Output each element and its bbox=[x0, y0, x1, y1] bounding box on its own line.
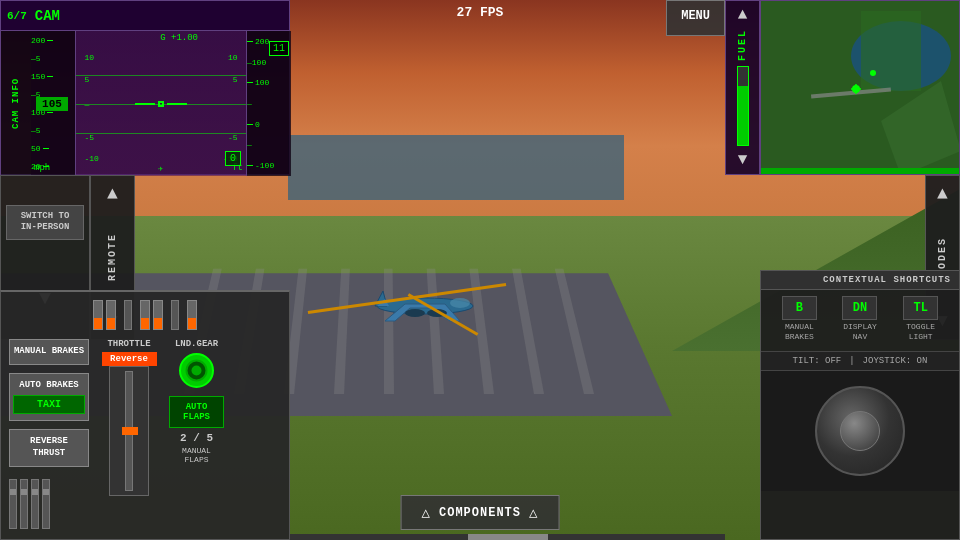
shortcut-b-key[interactable]: B bbox=[782, 296, 817, 320]
fuel-panel: ▲ FUEL ▼ bbox=[725, 0, 760, 175]
throttle-bar-1 bbox=[93, 300, 103, 330]
joystick-label[interactable]: JOYSTICK: ON bbox=[863, 356, 928, 366]
remote-label: REMOTE bbox=[107, 233, 118, 281]
throttle-bar-5 bbox=[187, 300, 197, 330]
fuel-level-container bbox=[737, 66, 749, 146]
gear-section: LND.GEAR AUTO FLAPS 2 / 5 MANUAL FLAPS bbox=[169, 339, 224, 519]
svg-point-6 bbox=[450, 298, 470, 308]
shortcut-labels-row: MANUALBRAKES DISPLAYNAV TOGGLELIGHT bbox=[761, 322, 959, 351]
svg-point-4 bbox=[405, 309, 425, 317]
shortcut-tl-key[interactable]: TL bbox=[903, 296, 938, 320]
shortcut-dn-label: DISPLAYNAV bbox=[832, 322, 887, 343]
speed-indicator: 105 bbox=[36, 97, 68, 111]
mini-sliders bbox=[9, 479, 89, 529]
throttle-bar-4 bbox=[153, 300, 163, 330]
throttle-section: THROTTLE Reverse bbox=[99, 339, 159, 519]
flight-display: 200 —5 150 —5 100 —5 50 20 105 bbox=[31, 31, 291, 176]
throttle-slider[interactable] bbox=[109, 366, 149, 496]
joystick-top[interactable] bbox=[840, 411, 880, 451]
throttle-fill-5 bbox=[188, 318, 196, 329]
g-meter: G +1.00 bbox=[160, 33, 198, 43]
horizon-line-3 bbox=[76, 133, 246, 134]
mini-slider-1[interactable] bbox=[9, 479, 17, 529]
taxi-badge: TAXI bbox=[13, 395, 85, 414]
shortcut-b-label: MANUALBRAKES bbox=[772, 322, 827, 343]
cam-counter: 6/7 bbox=[7, 10, 27, 22]
auto-flaps-button[interactable]: AUTO FLAPS bbox=[169, 396, 224, 428]
manual-brakes-button[interactable]: MANUAL BRAKES bbox=[9, 339, 89, 365]
fps-counter: 27 FPS bbox=[457, 5, 504, 20]
bottom-scrollbar[interactable] bbox=[290, 534, 725, 540]
altitude-tape: 200 —100 100 — 0 — -100 11 bbox=[246, 31, 291, 176]
flaps-value: 2 / 5 bbox=[180, 432, 213, 444]
components-arrow-right: △ bbox=[529, 504, 538, 521]
contextual-header: CONTEXTUAL SHORTCUTS bbox=[761, 271, 959, 290]
horizon-line-1 bbox=[76, 75, 246, 76]
cam-info-label: CAM INFO bbox=[1, 31, 31, 176]
controls-area: MANUAL BRAKES AUTO BRAKES TAXI REVERSE T… bbox=[1, 334, 289, 524]
throttle-label: THROTTLE bbox=[107, 339, 150, 349]
svg-point-15 bbox=[192, 366, 202, 376]
gear-label: LND.GEAR bbox=[175, 339, 218, 349]
auto-brakes-button[interactable]: AUTO BRAKES TAXI bbox=[9, 373, 89, 422]
joystick-area[interactable] bbox=[761, 371, 959, 491]
throttle-fill-2 bbox=[107, 318, 115, 329]
fuel-arrow-down[interactable]: ▼ bbox=[738, 151, 748, 169]
airplane-icon-label: ✈ bbox=[159, 164, 164, 173]
reverse-thrust-button[interactable]: REVERSE THRUST bbox=[9, 429, 89, 466]
flight-instruments: CAM INFO 200 —5 150 —5 100 —5 50 20 bbox=[1, 31, 291, 176]
joystick-base[interactable] bbox=[815, 386, 905, 476]
gear-indicator[interactable] bbox=[179, 353, 214, 388]
menu-button[interactable]: MENU bbox=[666, 0, 725, 36]
scroll-thumb[interactable] bbox=[468, 534, 548, 540]
zero-box: 0 bbox=[225, 151, 241, 166]
contextual-panel: CONTEXTUAL SHORTCUTS B DN TL MANUALBRAKE… bbox=[760, 270, 960, 540]
modes-arrow-up[interactable]: ▲ bbox=[937, 184, 948, 204]
mini-slider-3[interactable] bbox=[31, 479, 39, 529]
cam-label: CAM bbox=[35, 8, 60, 24]
altitude-indicator: 11 bbox=[269, 41, 289, 56]
crosshair bbox=[135, 101, 187, 107]
minimap-bottom-bar bbox=[761, 168, 959, 174]
tilt-joystick-bar: TILT: OFF | JOYSTICK: ON bbox=[761, 351, 959, 371]
components-label: COMPONENTS bbox=[439, 506, 521, 520]
separator: | bbox=[849, 356, 854, 366]
attitude-indicator: 10 10 5 5 — -5 -5 -10 -10 bbox=[76, 31, 246, 176]
fuel-arrow-up[interactable]: ▲ bbox=[738, 6, 748, 24]
throttle-handle[interactable] bbox=[122, 427, 138, 435]
throttle-track bbox=[125, 371, 133, 491]
components-button[interactable]: △ COMPONENTS △ bbox=[401, 495, 560, 530]
minimap bbox=[760, 0, 960, 175]
mph-label: mph bbox=[34, 163, 50, 173]
shortcut-dn-key[interactable]: DN bbox=[842, 296, 877, 320]
shortcut-keys-row: B DN TL bbox=[761, 290, 959, 322]
components-arrow-left: △ bbox=[422, 504, 431, 521]
remote-arrow-up[interactable]: ▲ bbox=[107, 184, 118, 204]
switch-to-in-person-button[interactable]: SWITCH TO IN-PERSON bbox=[6, 205, 84, 240]
throttle-fill-4 bbox=[154, 318, 162, 329]
throttle-fill-3 bbox=[141, 318, 149, 329]
shortcut-tl-label: TOGGLELIGHT bbox=[893, 322, 948, 343]
speed-tape: 200 —5 150 —5 100 —5 50 20 105 bbox=[31, 31, 76, 176]
throttle-bar-group-2 bbox=[140, 300, 163, 330]
throttle-divider-2 bbox=[171, 300, 179, 330]
fuel-level-fill bbox=[738, 86, 748, 145]
tilt-label[interactable]: TILT: OFF bbox=[793, 356, 842, 366]
left-buttons: MANUAL BRAKES AUTO BRAKES TAXI REVERSE T… bbox=[9, 339, 89, 519]
mini-slider-2[interactable] bbox=[20, 479, 28, 529]
manual-flaps-label: MANUAL FLAPS bbox=[169, 446, 224, 464]
throttle-bar-group-3 bbox=[187, 300, 197, 330]
svg-rect-9 bbox=[861, 11, 921, 91]
water-background bbox=[288, 135, 624, 200]
throttle-indicators bbox=[1, 292, 289, 334]
mini-slider-4[interactable] bbox=[42, 479, 50, 529]
throttle-bar-3 bbox=[140, 300, 150, 330]
fuel-label: FUEL bbox=[737, 29, 748, 61]
bottom-control-panel: MANUAL BRAKES AUTO BRAKES TAXI REVERSE T… bbox=[0, 290, 290, 540]
throttle-value-badge: Reverse bbox=[102, 352, 157, 366]
throttle-divider bbox=[124, 300, 132, 330]
throttle-fill-1 bbox=[94, 318, 102, 329]
throttle-bar-2 bbox=[106, 300, 116, 330]
throttle-bar-group-1 bbox=[93, 300, 116, 330]
minimap-image bbox=[761, 1, 959, 174]
